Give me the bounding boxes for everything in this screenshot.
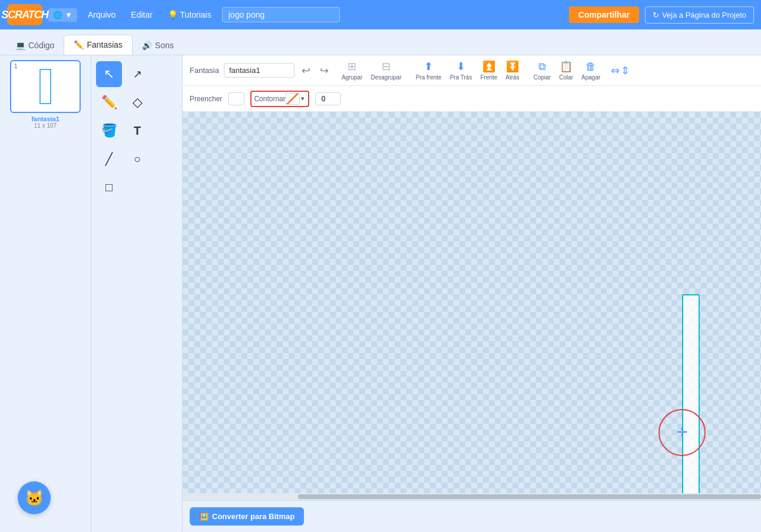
horizontal-scrollbar[interactable]: [183, 493, 761, 500]
flip-horizontal-button[interactable]: ⇔: [611, 64, 620, 77]
tool-row-2: ✏️ ◇: [96, 89, 177, 115]
delete-icon: 🗑: [585, 61, 596, 73]
forward-icon: ⬆: [424, 60, 433, 73]
desagrupar-button[interactable]: ⊟ Desagrupar: [367, 59, 405, 82]
toolbar-top: Fantasia ↩ ↪ ⊞ Agrupar ⊟ Desagrupar ⬆ Pr…: [183, 55, 761, 86]
view-project-button[interactable]: ↻ Veja a Página do Projeto: [645, 6, 754, 24]
code-icon: 💻: [15, 41, 25, 50]
scratch-logo: SCRATCH: [7, 4, 42, 25]
costume-item[interactable]: 1: [10, 60, 81, 113]
frente-button[interactable]: ⏫ Frente: [477, 59, 501, 82]
tool-row-1: ↖ ↗: [96, 61, 177, 87]
tabs-bar: 💻 Código ✏️ Fantasias 🔊 Sons: [0, 29, 761, 55]
copy-icon: ⧉: [538, 61, 546, 73]
outline-color-swatch[interactable]: [286, 93, 300, 105]
ungroup-icon: ⊟: [382, 60, 391, 73]
costume-size-label: 11 x 107: [2, 122, 88, 129]
edit-tools: ⧉ Copiar 📋 Colar 🗑 Apagar: [530, 59, 604, 82]
scrollbar-thumb[interactable]: [298, 494, 761, 499]
globe-arrow: ▼: [65, 11, 72, 19]
pra-tras-button[interactable]: ⬇ Pra Trás: [446, 59, 476, 82]
undo-button[interactable]: ↩: [299, 63, 313, 78]
outline-label: Contornar: [254, 95, 285, 103]
arquivo-menu[interactable]: Arquivo: [83, 8, 120, 22]
cat-icon: 🐱: [25, 489, 44, 507]
pra-frente-button[interactable]: ⬆ Pra frente: [412, 59, 445, 82]
paddle-sprite[interactable]: [682, 294, 700, 500]
costume-number: 1: [14, 63, 18, 69]
globe-icon: 🌐: [53, 11, 62, 19]
flip-h-icon: ⇔: [611, 65, 620, 77]
costume-preview-image: [39, 69, 51, 104]
sound-icon: 🔊: [142, 41, 152, 50]
reshape-tool-button[interactable]: ↗: [124, 61, 150, 87]
text-icon: T: [134, 124, 141, 138]
tab-sons[interactable]: 🔊 Sons: [133, 36, 183, 55]
eraser-tool-button[interactable]: ◇: [124, 89, 150, 115]
line-tool-button[interactable]: ╱: [96, 146, 122, 172]
rect-icon: □: [105, 181, 113, 194]
fill-tool-button[interactable]: 🪣: [96, 118, 122, 144]
select-tool-button[interactable]: ↖: [96, 61, 122, 87]
costume-icon: ✏️: [74, 40, 84, 49]
tools-panel: ↖ ↗ ✏️ ◇ 🪣 T ╱: [91, 55, 183, 532]
costume-name-input[interactable]: [224, 63, 295, 78]
editar-menu[interactable]: Editar: [126, 8, 157, 22]
tutoriais-button[interactable]: 💡 Tutoriais: [163, 8, 216, 22]
text-tool-button[interactable]: T: [124, 118, 150, 144]
costume-list-panel: 1 fantasia1 11 x 107: [0, 55, 91, 532]
agrupar-button[interactable]: ⊞ Agrupar: [338, 59, 366, 82]
lightbulb-icon: 💡: [168, 10, 178, 19]
circle-icon: ○: [134, 152, 141, 166]
costume-name-label: fantasia1: [2, 115, 88, 122]
group-icon: ⊞: [348, 60, 356, 73]
toolbar-bottom: Preencher Contornar ▼: [183, 86, 761, 112]
circle-tool-button[interactable]: ○: [124, 146, 150, 172]
tool-row-5: □: [96, 174, 177, 200]
paste-icon: 📋: [560, 60, 573, 73]
reshape-icon: ↗: [133, 68, 142, 81]
project-name-input[interactable]: [222, 7, 340, 22]
convert-bitmap-button[interactable]: 🖼️ Converter para Bitmap: [190, 507, 304, 526]
refresh-icon: ↻: [653, 11, 659, 19]
convert-icon: 🖼️: [199, 512, 209, 521]
apagar-button[interactable]: 🗑 Apagar: [578, 59, 604, 82]
brush-icon: ✏️: [101, 95, 117, 110]
outline-control: Contornar ▼: [250, 91, 309, 107]
share-button[interactable]: Compartilhar: [569, 6, 639, 23]
outline-size-input[interactable]: [315, 92, 341, 105]
flip-vertical-button[interactable]: ⇕: [621, 64, 630, 77]
redo-button[interactable]: ↪: [317, 63, 331, 78]
layer-tools: ⬆ Pra frente ⬇ Pra Trás ⏫ Frente ⏬ Atrás: [412, 59, 523, 82]
fill-label: Preencher: [190, 95, 222, 103]
flip-v-icon: ⇕: [621, 65, 630, 77]
tab-fantasias[interactable]: ✏️ Fantasias: [64, 35, 133, 55]
colar-button[interactable]: 📋 Colar: [555, 59, 577, 82]
group-tools: ⊞ Agrupar ⊟ Desagrupar: [338, 59, 405, 82]
flip-tools: ⇔ ⇕: [611, 64, 630, 77]
tab-codigo[interactable]: 💻 Código: [6, 36, 64, 55]
backward-icon: ⬇: [456, 60, 465, 73]
atras-button[interactable]: ⏬ Atrás: [502, 59, 522, 82]
main-layout: 1 fantasia1 11 x 107 ↖ ↗ ✏️ ◇ 🪣: [0, 55, 761, 532]
center-editor: Fantasia ↩ ↪ ⊞ Agrupar ⊟ Desagrupar ⬆ Pr…: [183, 55, 761, 532]
tool-row-4: ╱ ○: [96, 146, 177, 172]
canvas-area[interactable]: ✛: [183, 112, 761, 500]
fill-bucket-icon: 🪣: [101, 123, 117, 138]
copiar-button[interactable]: ⧉ Copiar: [530, 59, 554, 82]
checkerboard-bg: ✛: [183, 112, 761, 500]
tool-row-3: 🪣 T: [96, 118, 177, 144]
center-crosshair: ✛: [659, 409, 706, 456]
front-icon: ⏫: [482, 60, 495, 73]
costume-name-label-top: Fantasia: [190, 66, 219, 75]
rect-tool-button[interactable]: □: [96, 174, 122, 200]
fill-color-swatch[interactable]: [228, 92, 244, 105]
language-button[interactable]: 🌐 ▼: [48, 8, 77, 22]
line-icon: ╱: [105, 152, 113, 166]
outline-dropdown-arrow[interactable]: ▼: [300, 95, 306, 102]
sprite-cat-button[interactable]: 🐱: [18, 481, 51, 514]
back-icon: ⏬: [506, 60, 519, 73]
top-navigation: SCRATCH 🌐 ▼ Arquivo Editar 💡 Tutoriais C…: [0, 0, 761, 29]
bottom-bar: 🖼️ Converter para Bitmap: [183, 500, 761, 532]
brush-tool-button[interactable]: ✏️: [96, 89, 122, 115]
